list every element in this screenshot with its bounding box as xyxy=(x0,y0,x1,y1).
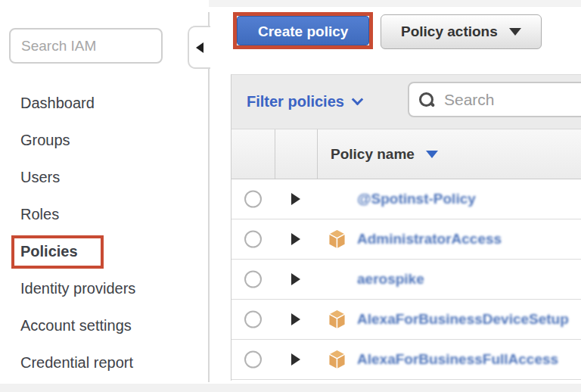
create-policy-annotation-box: Create policy xyxy=(233,12,373,49)
sidebar-item-label: Identity providers xyxy=(20,280,135,297)
filter-policies-dropdown[interactable]: Filter policies xyxy=(247,75,362,129)
row-expand-icon[interactable] xyxy=(291,313,300,325)
row-select-radio[interactable] xyxy=(244,231,262,248)
row-expand-icon[interactable] xyxy=(291,353,300,366)
table-row: AlexaForBusinessDeviceSetup xyxy=(231,300,581,340)
table-row: aerospike xyxy=(231,260,581,300)
row-expand-icon[interactable] xyxy=(291,273,300,285)
sidebar-item-label: Account settings xyxy=(20,317,132,334)
table-row: AlexaForBusinessFullAccess xyxy=(231,340,581,380)
sidebar-item-identity-providers[interactable]: Identity providers xyxy=(0,270,209,307)
column-separator xyxy=(275,129,275,179)
sidebar-nav: Dashboard Groups Users Roles Policies Id… xyxy=(0,85,209,381)
sidebar-item-label: Dashboard xyxy=(20,95,95,112)
policies-table-body: @Spotinst-Policy AdministratorAccess aer… xyxy=(231,179,581,380)
policy-name-link[interactable]: aerospike xyxy=(357,271,424,288)
policy-name-link[interactable]: AdministratorAccess xyxy=(357,231,502,247)
policy-name-link[interactable]: AlexaForBusinessDeviceSetup xyxy=(357,311,569,328)
policy-search-box xyxy=(408,82,581,117)
sidebar-item-users[interactable]: Users xyxy=(0,159,209,196)
aws-managed-policy-icon xyxy=(327,229,347,250)
caret-down-icon xyxy=(509,28,521,36)
iam-sidebar: Dashboard Groups Users Roles Policies Id… xyxy=(0,0,209,392)
sidebar-item-label: Users xyxy=(20,169,60,186)
search-icon xyxy=(418,92,435,108)
iam-console-screen: Dashboard Groups Users Roles Policies Id… xyxy=(0,0,581,392)
search-iam-input[interactable] xyxy=(9,28,163,64)
policies-panel: Filter policies Policy name @Spotinst-Po… xyxy=(231,74,581,381)
policies-annotation-box: Policies xyxy=(11,235,104,269)
row-select-radio[interactable] xyxy=(244,351,262,369)
policy-name-link[interactable]: @Spotinst-Policy xyxy=(357,191,476,207)
chevron-down-icon xyxy=(352,94,364,106)
row-select-radio[interactable] xyxy=(244,271,262,288)
policy-name-sort-header[interactable]: Policy name xyxy=(331,129,438,179)
row-expand-icon[interactable] xyxy=(291,233,300,245)
sidebar-item-credential-report[interactable]: Credential report xyxy=(0,344,209,381)
policy-name-header-label: Policy name xyxy=(331,146,415,163)
sidebar-item-roles[interactable]: Roles xyxy=(0,196,209,233)
aws-managed-policy-icon xyxy=(327,349,347,370)
filter-policies-label: Filter policies xyxy=(247,93,344,110)
column-separator xyxy=(317,129,318,179)
policy-actions-button[interactable]: Policy actions xyxy=(381,14,542,49)
table-row: AdministratorAccess xyxy=(231,219,581,260)
sidebar-item-groups[interactable]: Groups xyxy=(0,122,209,159)
sidebar-item-label: Credential report xyxy=(20,354,133,372)
row-expand-icon[interactable] xyxy=(291,193,300,205)
table-row: @Spotinst-Policy xyxy=(231,179,581,219)
sidebar-item-policies[interactable]: Policies xyxy=(0,233,209,270)
create-policy-button[interactable]: Create policy xyxy=(237,16,369,45)
sidebar-item-label: Roles xyxy=(20,206,59,223)
policies-table-header: Policy name xyxy=(231,129,581,179)
filter-bar: Filter policies xyxy=(231,75,581,129)
sidebar-item-label: Groups xyxy=(20,132,70,149)
policy-name-link[interactable]: AlexaForBusinessFullAccess xyxy=(357,351,558,368)
aws-managed-policy-icon xyxy=(327,309,347,330)
row-select-radio[interactable] xyxy=(244,191,262,208)
sort-descending-icon xyxy=(426,151,438,158)
policy-actions-label: Policy actions xyxy=(401,23,498,40)
row-select-radio[interactable] xyxy=(244,311,262,328)
collapse-left-arrow-icon xyxy=(196,42,204,53)
bottom-edge-strip xyxy=(0,384,581,392)
sidebar-item-dashboard[interactable]: Dashboard xyxy=(0,85,209,122)
sidebar-item-account-settings[interactable]: Account settings xyxy=(0,307,209,344)
policy-search-input[interactable] xyxy=(443,90,579,110)
sidebar-collapse-button[interactable] xyxy=(188,26,210,69)
